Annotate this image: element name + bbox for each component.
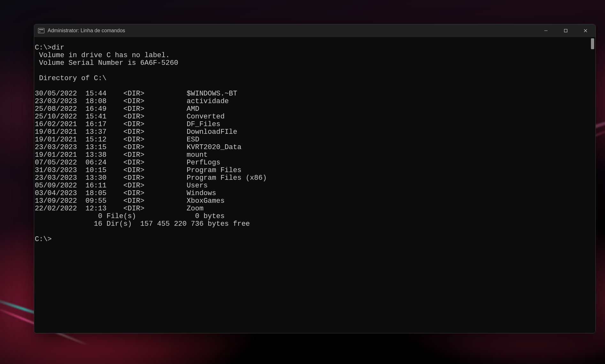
titlebar[interactable]: Administrator: Linha de comandos bbox=[34, 24, 595, 37]
scrollbar-track[interactable] bbox=[590, 38, 595, 332]
svg-rect-1 bbox=[564, 29, 567, 32]
terminal-area[interactable]: C:\>dir Volume in drive C has no label. … bbox=[34, 37, 595, 333]
window-title: Administrator: Linha de comandos bbox=[48, 28, 125, 34]
minimize-icon bbox=[544, 29, 548, 33]
command-prompt-window: Administrator: Linha de comandos C:\>dir… bbox=[34, 24, 596, 333]
terminal-output[interactable]: C:\>dir Volume in drive C has no label. … bbox=[35, 38, 590, 332]
minimize-button[interactable] bbox=[536, 24, 556, 37]
close-icon bbox=[584, 29, 587, 33]
desktop-background: Administrator: Linha de comandos C:\>dir… bbox=[0, 0, 605, 364]
command-prompt-icon bbox=[38, 28, 44, 33]
scrollbar-thumb[interactable] bbox=[591, 38, 594, 49]
maximize-icon bbox=[564, 29, 568, 33]
window-controls bbox=[536, 24, 595, 37]
close-button[interactable] bbox=[576, 24, 595, 37]
maximize-button[interactable] bbox=[556, 24, 576, 37]
